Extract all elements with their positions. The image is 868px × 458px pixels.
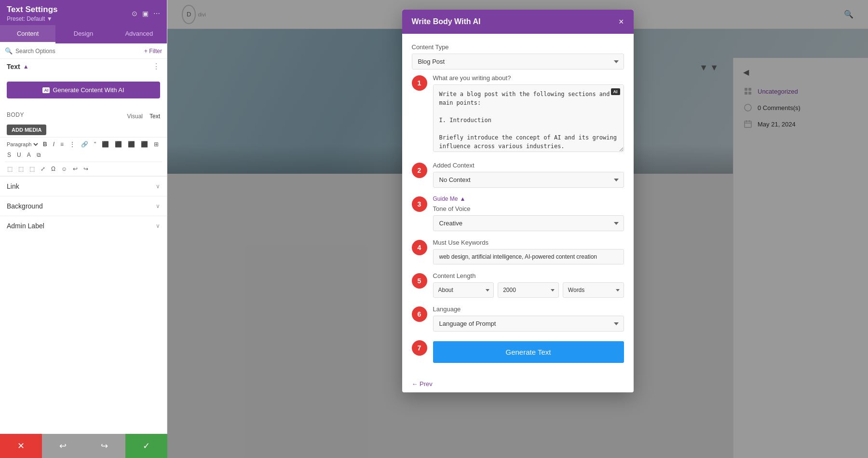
color-button[interactable]: A: [25, 150, 33, 160]
tone-of-voice-select[interactable]: Creative: [433, 215, 624, 231]
generate-content-button[interactable]: AI Generate Content With AI: [7, 82, 160, 98]
text-section-title: Text: [7, 63, 20, 70]
undo-toolbar-button[interactable]: ↩: [70, 164, 80, 174]
generate-text-button[interactable]: Generate Text: [433, 341, 624, 363]
step-1-content: What are you writing about? Write a blog…: [433, 74, 624, 154]
step-1-question: What are you writing about?: [433, 74, 624, 82]
add-media-button[interactable]: ADD MEDIA: [7, 125, 46, 135]
content-length-label: Content Length: [433, 272, 624, 279]
admin-label-arrow: ∨: [156, 222, 160, 229]
text-section-header[interactable]: Text ▲ ⋮: [0, 59, 167, 74]
link-collapsible[interactable]: Link ∨: [0, 176, 167, 196]
modal-prev-link[interactable]: ← Prev: [402, 380, 634, 392]
admin-label-collapsible[interactable]: Admin Label ∨: [0, 216, 167, 236]
align-center[interactable]: ⬛: [112, 139, 124, 149]
italic-button[interactable]: I: [51, 139, 57, 149]
paste-button[interactable]: ⧉: [34, 150, 43, 160]
panel-preset[interactable]: Preset: Default ▼: [7, 15, 57, 22]
panel-title: Text Settings: [7, 5, 57, 14]
search-icon: 🔍: [5, 47, 13, 55]
step-3-content: Guide Me ▲ Tone of Voice Creative: [433, 195, 624, 231]
added-context-label: Added Context: [433, 162, 624, 169]
guide-me-link[interactable]: Guide Me ▲: [433, 195, 624, 202]
panel-header: Text Settings Preset: Default ▼ ⊙ ▣ ⋯: [0, 0, 167, 25]
ol-button[interactable]: ⋮: [67, 139, 78, 149]
align-left[interactable]: ⬛: [99, 139, 111, 149]
close-bottom-button[interactable]: ✕: [0, 434, 42, 458]
guide-me-label: Guide Me: [433, 195, 458, 202]
background-label: Background: [7, 202, 43, 210]
indent-left[interactable]: ⬚: [16, 164, 26, 174]
save-bottom-button[interactable]: ✓: [125, 434, 167, 458]
fullscreen-button[interactable]: ⤢: [38, 164, 48, 174]
step-2-content: Added Context No Context: [433, 162, 624, 188]
step-1-circle: 1: [412, 75, 427, 91]
panel-search: 🔍 + Filter: [0, 43, 167, 59]
undo-bottom-button[interactable]: ↩: [42, 434, 84, 458]
redo-bottom-button[interactable]: ↪: [84, 434, 126, 458]
number-select[interactable]: 2000: [498, 282, 559, 298]
generate-content-label: Generate Content With AI: [53, 86, 124, 94]
bold-button[interactable]: B: [41, 139, 50, 149]
tab-content[interactable]: Content: [0, 25, 55, 43]
background-collapsible[interactable]: Background ∨: [0, 196, 167, 216]
underline-button[interactable]: U: [14, 150, 24, 160]
ai-icon: AI: [42, 87, 50, 93]
modal-body: Content Type Blog Post 1 What are you wr…: [402, 34, 634, 380]
redo-toolbar-button[interactable]: ↪: [81, 164, 91, 174]
step-7-circle: 7: [412, 340, 427, 356]
text-section-more[interactable]: ⋮: [152, 62, 160, 71]
tab-advanced[interactable]: Advanced: [111, 25, 167, 43]
link-button[interactable]: 🔗: [79, 139, 91, 149]
editor-toolbar: Paragraph B I ≡ ⋮ 🔗 " ⬛ ⬛ ⬛ ⬛ ⊞ S U A ⧉ …: [0, 137, 167, 176]
more-icon[interactable]: ⋯: [153, 10, 160, 17]
panel-tabs: Content Design Advanced: [0, 25, 167, 43]
layout-icon[interactable]: ▣: [142, 10, 149, 17]
added-context-select[interactable]: No Context: [433, 172, 624, 188]
language-label: Language: [433, 305, 624, 313]
ai-modal: Write Body With AI × Content Type Blog P…: [402, 10, 634, 392]
language-select[interactable]: Language of Prompt: [433, 316, 624, 332]
guide-me-arrow: ▲: [460, 195, 466, 202]
text-section-content: AI Generate Content With AI: [0, 74, 167, 108]
target-icon[interactable]: ⊙: [132, 10, 137, 17]
step-5-circle: 5: [412, 273, 427, 289]
strikethrough-button[interactable]: S: [5, 150, 14, 160]
link-label: Link: [7, 182, 19, 190]
table-button[interactable]: ⊞: [151, 139, 161, 149]
align-justify[interactable]: ⬛: [138, 139, 150, 149]
main-content: D divi HOME SAMPLE PAGE UNCATEGORIZED 🔍 …: [167, 0, 868, 458]
quote-button[interactable]: ": [92, 139, 98, 149]
content-type-label: Content Type: [412, 43, 624, 51]
keywords-input[interactable]: [433, 249, 624, 264]
text-tab[interactable]: Text: [149, 111, 160, 122]
content-length-row: About 2000 Words: [433, 282, 624, 298]
ul-button[interactable]: ≡: [58, 139, 66, 149]
filter-button[interactable]: + Filter: [144, 48, 162, 55]
modal-header: Write Body With AI ×: [402, 10, 634, 34]
indent-right[interactable]: ⬚: [27, 164, 37, 174]
modal-close-button[interactable]: ×: [619, 17, 624, 26]
admin-label-label: Admin Label: [7, 222, 44, 230]
omega-button[interactable]: Ω: [49, 164, 58, 174]
ai-badge: AI: [611, 88, 620, 95]
align-right[interactable]: ⬛: [125, 139, 137, 149]
words-select[interactable]: Words: [563, 282, 624, 298]
search-input[interactable]: [15, 48, 141, 55]
visual-tab[interactable]: Visual: [127, 111, 143, 122]
align-left2[interactable]: ⬚: [5, 164, 15, 174]
content-type-select[interactable]: Blog Post: [412, 54, 624, 69]
modal-title: Write Body With AI: [412, 17, 481, 26]
about-select[interactable]: About: [433, 282, 494, 298]
left-panel: Text Settings Preset: Default ▼ ⊙ ▣ ⋯ Co…: [0, 0, 167, 458]
keywords-label: Must Use Keywords: [433, 239, 624, 246]
step-4-content: Must Use Keywords: [433, 239, 624, 264]
writing-about-textarea[interactable]: Write a blog post with the following sec…: [433, 84, 624, 152]
step-2-row: 2 Added Context No Context: [412, 162, 624, 188]
step-7-content: Generate Text: [433, 339, 624, 363]
paragraph-select[interactable]: Paragraph: [5, 139, 40, 149]
step-6-circle: 6: [412, 306, 427, 322]
step-7-row: 7 Generate Text: [412, 339, 624, 363]
emoji-button[interactable]: ☺: [59, 164, 69, 174]
tab-design[interactable]: Design: [55, 25, 111, 43]
